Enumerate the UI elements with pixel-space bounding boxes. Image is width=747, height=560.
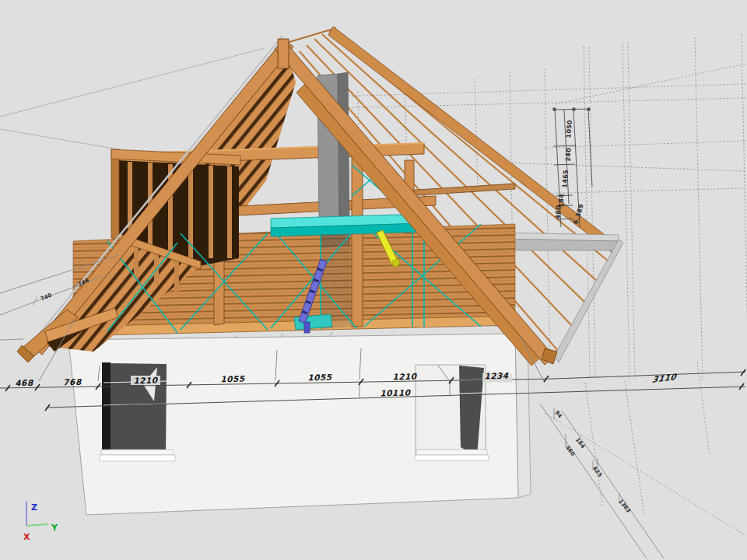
x-axis-label: X [23,532,30,542]
dim-label: 240 [564,148,572,162]
dim-label: 1465 [561,170,570,188]
dim-label: 468 [15,378,34,387]
masonry-storey [68,332,531,515]
dim-label: 1234 [484,371,509,381]
cad-viewport[interactable]: 468 768 1210 1055 1055 1210 1234 3110 10… [0,0,747,560]
dim-label: 1210 [133,376,159,386]
dim-label: 768 [63,377,82,387]
dim-label: 1055 [307,373,332,383]
dim-label: 1210 [392,372,418,382]
y-axis-label: Y [51,523,58,533]
dim-label: 460 [554,205,562,219]
dim-label: 1055 [220,374,245,384]
dim-total-label: 10110 [380,387,412,397]
dim-label: 1050 [565,120,573,138]
ridge-post [278,39,289,68]
z-axis-label: Z [31,502,37,513]
model-view[interactable]: 468 768 1210 1055 1055 1210 1234 3110 10… [0,0,747,560]
